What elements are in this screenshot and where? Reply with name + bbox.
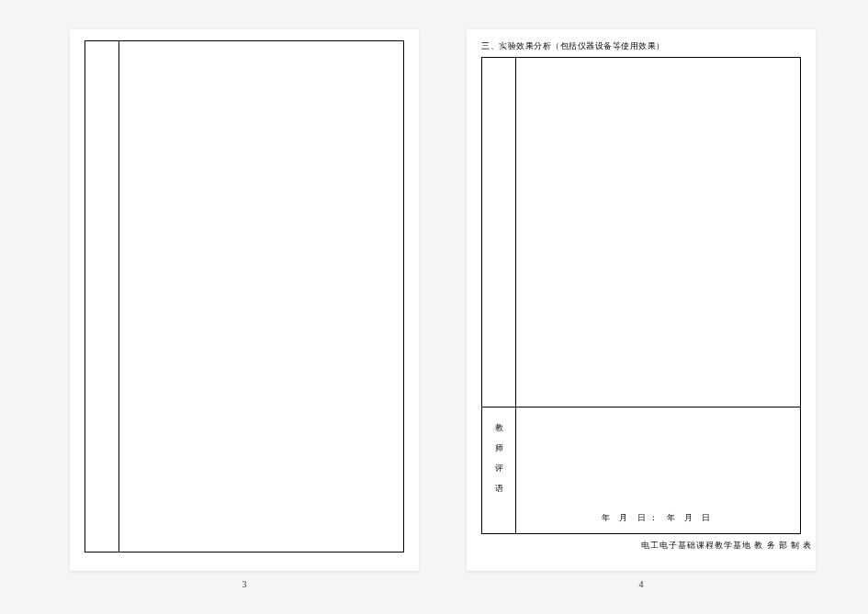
teacher-label-char-1: 教 xyxy=(482,422,515,434)
teacher-label-char-2: 师 xyxy=(482,442,515,454)
right-table-frame: 教 师 评 语 年 月 日： 年 月 日 xyxy=(481,57,801,534)
page-number-left: 3 xyxy=(70,579,419,589)
section-three-title: 三、实验效果分析（包括仪器设备等使用效果） xyxy=(481,40,665,52)
page-number-right: 4 xyxy=(467,579,816,589)
teacher-label-char-3: 评 xyxy=(482,463,515,474)
teacher-label-char-4: 语 xyxy=(482,483,515,495)
left-table-column-divider xyxy=(118,41,119,552)
footer-credit: 电工电子基础课程教学基地 教 务 部 制 表 xyxy=(641,540,812,552)
page-left: 3 xyxy=(70,29,419,571)
left-table-frame xyxy=(85,40,404,553)
page-right: 三、实验效果分析（包括仪器设备等使用效果） 教 师 评 语 年 月 日： 年 月… xyxy=(467,29,816,571)
teacher-comment-label: 教 师 评 语 xyxy=(482,414,515,503)
right-table-column-divider xyxy=(515,58,516,533)
date-line: 年 月 日： 年 月 日 xyxy=(602,512,714,524)
right-table-row-divider xyxy=(482,407,800,407)
